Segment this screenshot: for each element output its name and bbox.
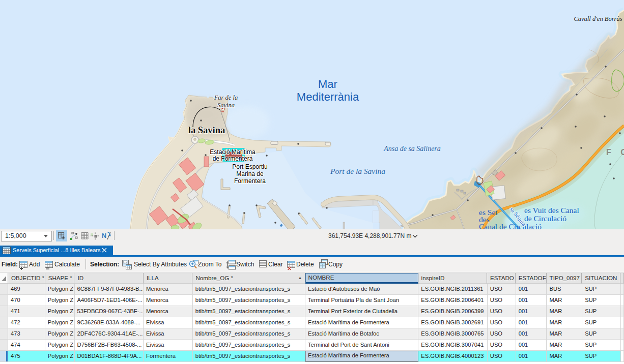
svg-text:F O: F O	[606, 148, 624, 157]
svg-text:la Savina: la Savina	[188, 125, 225, 135]
svg-text:Port Esportiu: Port Esportiu	[232, 163, 267, 170]
svg-text:Savina: Savina	[217, 102, 235, 109]
svg-text:Mar: Mar	[318, 78, 337, 90]
svg-text:Canal de Circulació: Canal de Circulació	[479, 222, 542, 229]
svg-text:Mediterrània: Mediterrània	[297, 90, 359, 103]
svg-text:de Circulació: de Circulació	[524, 214, 566, 223]
svg-text:Estació Marítima: Estació Marítima	[210, 148, 256, 156]
svg-text:Cavall d'en Borràs: Cavall d'en Borràs	[574, 15, 622, 22]
svg-text:de Formentera: de Formentera	[213, 155, 253, 162]
svg-text:N: N	[102, 232, 106, 239]
svg-text:Far de la: Far de la	[214, 94, 238, 101]
svg-text:es Vuit des Canal: es Vuit des Canal	[524, 206, 579, 215]
svg-text:Marina de: Marina de	[236, 170, 264, 177]
svg-text:Formentera: Formentera	[234, 177, 266, 185]
svg-text:Port de la Savina: Port de la Savina	[330, 167, 385, 175]
svg-text:Ansa de sa Salinera: Ansa de sa Salinera	[383, 145, 441, 153]
